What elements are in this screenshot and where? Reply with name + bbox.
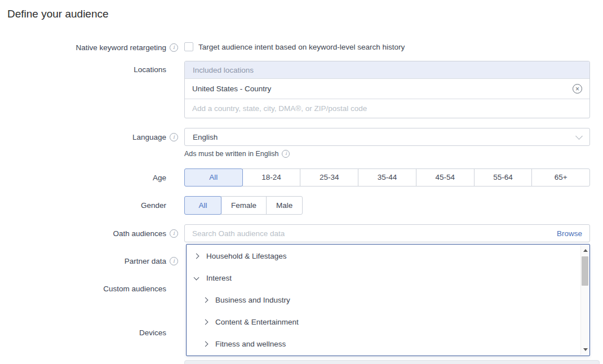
tree-item-label: Interest [206,274,232,282]
oath-search-placeholder: Search Oath audience data [192,229,285,238]
info-icon[interactable]: i [282,150,290,158]
tree-item-label: Fitness and wellness [215,340,286,348]
age-label-row: Age [0,172,178,183]
scroll-up-icon[interactable] [581,246,589,255]
age-segment[interactable]: 25-34 [300,168,358,187]
native-keyword-checkbox-label: Target audience intent based on keyword-… [198,43,405,51]
custom-audiences-label-row: Custom audiences [0,283,178,294]
gender-segment[interactable]: Male [266,196,303,215]
language-select[interactable]: English [184,128,590,146]
info-icon[interactable]: i [170,229,178,238]
next-section-edge [184,360,600,364]
tree-item[interactable]: Content & Entertainment [187,311,589,333]
tree-item[interactable]: Interest [187,267,589,289]
included-locations-header: Included locations [185,61,589,78]
age-segmented: All18-2425-3435-4445-5455-6465+ [184,168,590,187]
devices-label-row: Devices [0,327,178,338]
language-label: Language [132,133,166,141]
native-keyword-label: Native keyword retargeting [76,43,166,52]
gender-segmented: AllFemaleMale [184,196,303,215]
audience-tree-list: Household & LifestagesInterestBusiness a… [187,245,589,355]
location-input-placeholder: Add a country, state, city, DMA®, or ZIP… [192,104,367,113]
gender-segment[interactable]: All [184,196,221,215]
tree-item-label: Content & Entertainment [215,318,299,326]
scroll-down-icon[interactable] [581,345,589,354]
scrollbar[interactable] [580,245,589,355]
age-segment[interactable]: All [184,168,243,187]
chevron-right-icon[interactable] [203,341,209,347]
age-segment[interactable]: 45-54 [416,168,475,187]
oath-audience-search-input[interactable]: Search Oath audience data Browse [184,224,590,242]
age-segment[interactable]: 18-24 [242,168,301,187]
language-value: English [193,133,218,141]
age-segment[interactable]: 55-64 [474,168,533,187]
language-helper: Ads must be written in English i [184,150,290,158]
age-segment[interactable]: 65+ [531,168,590,187]
gender-segment[interactable]: Female [221,196,267,215]
tree-item[interactable]: Household & Lifestages [187,245,589,267]
locations-label-row: Locations [0,64,178,74]
info-icon[interactable]: i [170,43,178,52]
define-audience-page: Define your audience Native keyword reta… [0,0,603,364]
page-title: Define your audience [7,8,109,20]
tree-item-label: Household & Lifestages [206,252,287,260]
audience-tree-dropdown: Household & LifestagesInterestBusiness a… [186,244,590,356]
selected-location-row: United States - Country × [185,78,589,99]
scrollbar-thumb[interactable] [582,256,588,286]
partner-data-label: Partner data [125,257,166,265]
custom-audiences-label: Custom audiences [103,285,166,293]
chevron-right-icon[interactable] [203,319,209,325]
tree-item-label: Business and Industry [215,296,290,304]
location-search-input[interactable]: Add a country, state, city, DMA®, or ZIP… [185,99,589,118]
age-label: Age [153,174,166,182]
remove-location-icon[interactable]: × [573,84,582,94]
devices-label: Devices [139,329,166,337]
native-keyword-checkbox[interactable] [184,42,193,51]
locations-box: Included locations United States - Count… [184,61,590,118]
native-keyword-label-row: Native keyword retargeting i [0,42,178,52]
oath-audiences-label: Oath audiences [113,229,166,238]
browse-link[interactable]: Browse [557,229,582,238]
selected-location-text: United States - Country [192,85,271,93]
chevron-right-icon[interactable] [194,254,199,259]
age-segment[interactable]: 35-44 [358,168,416,187]
gender-label-row: Gender [0,200,178,210]
locations-label: Locations [134,65,166,74]
language-helper-text: Ads must be written in English [184,150,278,158]
partner-data-label-row: Partner data i [0,256,178,266]
tree-item[interactable]: Fitness and wellness [187,333,589,355]
chevron-down-icon [575,132,583,140]
chevron-down-icon[interactable] [194,274,199,280]
chevron-right-icon[interactable] [203,298,209,303]
gender-label: Gender [141,201,166,210]
tree-item[interactable]: Business and Industry [187,289,589,311]
info-icon[interactable]: i [170,133,178,141]
info-icon[interactable]: i [170,257,178,265]
oath-audiences-label-row: Oath audiences i [0,228,178,238]
language-label-row: Language i [0,132,178,142]
